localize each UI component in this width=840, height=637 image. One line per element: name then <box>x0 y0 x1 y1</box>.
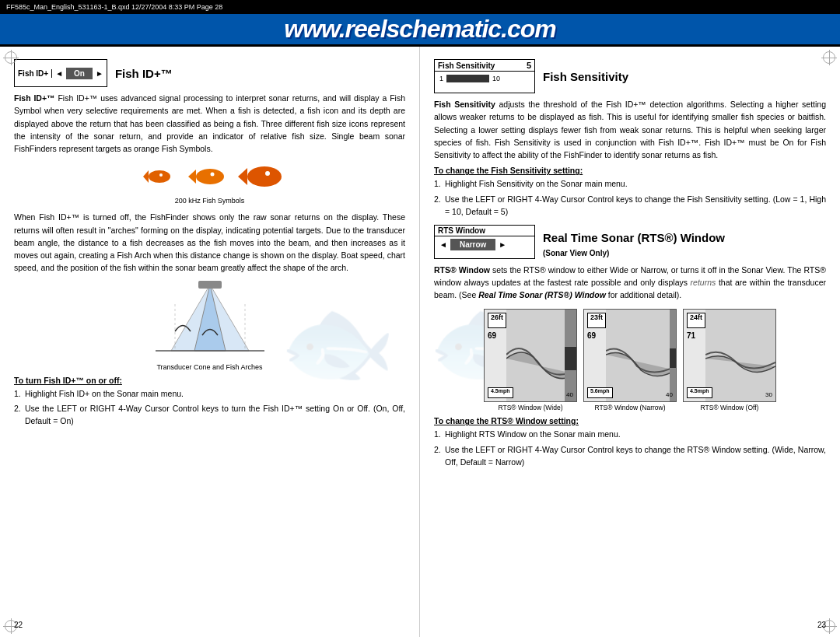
rts-screenshots-area: 26ft 69 4.5mph 40 RTS® Window (Wide) <box>434 309 826 411</box>
rts-wide-label: RTS® Window (Wide) <box>484 404 577 411</box>
rts-off-depth-bottom: 71 <box>687 331 695 340</box>
fish-sens-header-area: Fish Sensitivity 5 1 10 Fish Sensitivity <box>434 59 826 96</box>
svg-marker-4 <box>188 170 196 184</box>
header-bar: FF585c_Man_English_531163-1_B.qxd 12/27/… <box>0 0 840 14</box>
rts-screen-off: 24ft 71 4.5mph 30 <box>683 309 776 402</box>
svg-point-8 <box>265 171 270 176</box>
fish-caption: 200 kHz Fish Symbols <box>14 197 405 205</box>
fish-sens-max: 10 <box>492 75 500 82</box>
fish-id-body1: Fish ID+™ Fish ID+™ uses advanced signal… <box>14 92 405 155</box>
svg-point-6 <box>247 166 282 187</box>
rts-screen-wide: 26ft 69 4.5mph 40 <box>484 309 577 402</box>
rts-narrow-depth-bottom: 69 <box>587 331 596 340</box>
rts-narrow-speed: 5.6mph <box>587 387 613 398</box>
svg-rect-20 <box>670 348 676 368</box>
right-page: 🐟 Fish Sensitivity 5 1 10 Fish Sensitivi… <box>420 47 840 637</box>
svg-marker-1 <box>143 170 149 183</box>
rts-wide-sonar-bg <box>506 310 576 401</box>
fish-id-instructions-list: 1.Highlight Fish ID+ on the Sonar main m… <box>14 388 405 428</box>
rts-off-bottom-num: 30 <box>765 391 772 398</box>
rts-instructions-list: 1.Highlight RTS Window on the Sonar main… <box>434 429 826 468</box>
rts-wide-depth-top: 26ft <box>488 313 506 327</box>
fish-id-left-arrow[interactable]: ◄ <box>55 69 63 78</box>
rts-heading-area: Real Time Sonar (RTS®) Window (Sonar Vie… <box>543 229 725 257</box>
rts-body: RTS® Window sets the RTS® window to eith… <box>434 264 826 302</box>
fish-id-bold-term: Fish ID+™ <box>14 93 55 103</box>
fish-sens-widget-label: Fish Sensitivity <box>438 61 495 70</box>
fish-id-widget: Fish ID+ ◄ On ► <box>14 59 107 87</box>
fish-sens-instructions-heading: To change the Fish Sensitivity setting: <box>434 166 826 175</box>
rts-heading: Real Time Sonar (RTS®) Window <box>543 231 725 244</box>
rts-wide-bottom-num: 40 <box>566 391 573 398</box>
fish-sens-heading: Fish Sensitivity <box>543 70 628 83</box>
transducer-diagram <box>14 281 405 360</box>
rts-screen-narrow-container: 23ft 69 5.6mph 40 RTS® Window (Narrow) <box>583 309 677 411</box>
svg-point-2 <box>159 173 163 177</box>
rts-instruction-2: 2.Use the LEFT or RIGHT 4-Way Cursor Con… <box>434 444 826 469</box>
rts-control-row: ◄ Narrow ► <box>435 236 534 253</box>
rts-off-label: RTS® Window (Off) <box>683 404 776 411</box>
rts-narrow-sonar-bg <box>606 310 676 401</box>
header-file-info: FF585c_Man_English_531163-1_B.qxd 12/27/… <box>6 3 222 11</box>
rts-left-arrow[interactable]: ◄ <box>439 240 447 249</box>
rts-right-arrow[interactable]: ► <box>499 240 506 249</box>
rts-wide-speed: 4.5mph <box>488 387 513 398</box>
rts-narrow-label: RTS® Window (Narrow) <box>583 404 677 411</box>
rts-instruction-1: 1.Highlight RTS Window on the Sonar main… <box>434 429 826 441</box>
fish-id-widget-control: ◄ On ► <box>52 68 107 79</box>
svg-point-5 <box>210 173 214 177</box>
fish-sens-body: Fish Sensitivity adjusts the threshold o… <box>434 98 826 161</box>
watermark-banner: www.reelschematic.com <box>0 14 840 47</box>
watermark-text: www.reelschematic.com <box>284 15 556 44</box>
fish-sens-instruction-2: 2.Use the LEFT or RIGHT 4-Way Cursor Con… <box>434 194 826 219</box>
rts-instructions-heading: To change the RTS® Window setting: <box>434 416 826 425</box>
fish-id-body2: When Fish ID+™ is turned off, the FishFi… <box>14 211 405 274</box>
rts-header-area: RTS Window ◄ Narrow ► Real Time Sonar (R… <box>434 225 826 262</box>
svg-point-3 <box>196 169 224 184</box>
rts-off-depth-top: 24ft <box>687 313 705 327</box>
fish-sens-instructions-list: 1.Highlight Fish Sensitivity on the Sona… <box>434 178 826 218</box>
rts-widget: RTS Window ◄ Narrow ► <box>434 225 535 259</box>
content-area: 🐟 Fish ID+ ◄ On ► Fish ID+™ Fish ID+™ Fi… <box>0 47 840 637</box>
left-page: 🐟 Fish ID+ ◄ On ► Fish ID+™ Fish ID+™ Fi… <box>0 47 420 637</box>
fish-id-instructions-heading: To turn Fish ID+™ on or off: <box>14 376 405 385</box>
svg-rect-21 <box>705 309 775 401</box>
rts-off-speed: 4.5mph <box>687 387 712 398</box>
rts-narrow-sonar-svg <box>606 309 676 401</box>
fish-sens-widget-top: Fish Sensitivity 5 <box>435 60 534 72</box>
fish-sens-bar <box>446 75 489 82</box>
rts-wide-depth-bottom: 69 <box>488 331 496 340</box>
fish-id-instruction-1: 1.Highlight Fish ID+ on the Sonar main m… <box>14 388 405 401</box>
fish-sensitivity-widget: Fish Sensitivity 5 1 10 <box>434 59 535 93</box>
rts-bold: RTS® Window <box>434 265 490 275</box>
transducer-svg <box>109 281 311 359</box>
page-number-left: 22 <box>14 621 23 629</box>
rts-value: Narrow <box>450 239 495 250</box>
fish-id-instruction-2: 2.Use the LEFT or RIGHT 4-Way Cursor Con… <box>14 403 405 428</box>
rts-screen-wide-container: 26ft 69 4.5mph 40 RTS® Window (Wide) <box>484 309 577 411</box>
rts-widget-label: RTS Window <box>438 226 485 235</box>
rts-wide-sonar-svg <box>506 309 576 401</box>
fish-sens-min: 1 <box>439 75 443 82</box>
fish-symbols-svg <box>132 161 288 192</box>
rts-sub-heading: (Sonar View Only) <box>543 249 725 257</box>
rts-off-sonar-bg <box>705 310 775 401</box>
svg-marker-7 <box>238 168 247 185</box>
page-number-right: 23 <box>817 621 826 629</box>
fish-id-value: On <box>66 68 93 79</box>
svg-rect-11 <box>198 281 222 289</box>
fish-id-heading: Fish ID+™ <box>115 67 173 80</box>
fish-symbols-area <box>14 161 405 194</box>
rts-screen-off-container: 24ft 71 4.5mph 30 RTS® Window (Off) <box>683 309 776 411</box>
rts-narrow-depth-top: 23ft <box>587 313 606 327</box>
fish-sens-bold: Fish Sensitivity <box>434 100 495 109</box>
svg-rect-17 <box>565 347 576 370</box>
fish-sens-bar-row: 1 10 <box>435 72 534 86</box>
rts-screen-narrow: 23ft 69 5.6mph 40 <box>583 309 677 402</box>
fish-sens-value: 5 <box>527 61 531 70</box>
fish-id-right-arrow[interactable]: ► <box>96 69 103 78</box>
fish-sens-instruction-1: 1.Highlight Fish Sensitivity on the Sona… <box>434 178 826 191</box>
rts-narrow-bottom-num: 40 <box>666 391 673 398</box>
svg-point-0 <box>149 170 170 183</box>
rts-widget-top: RTS Window <box>435 226 534 236</box>
